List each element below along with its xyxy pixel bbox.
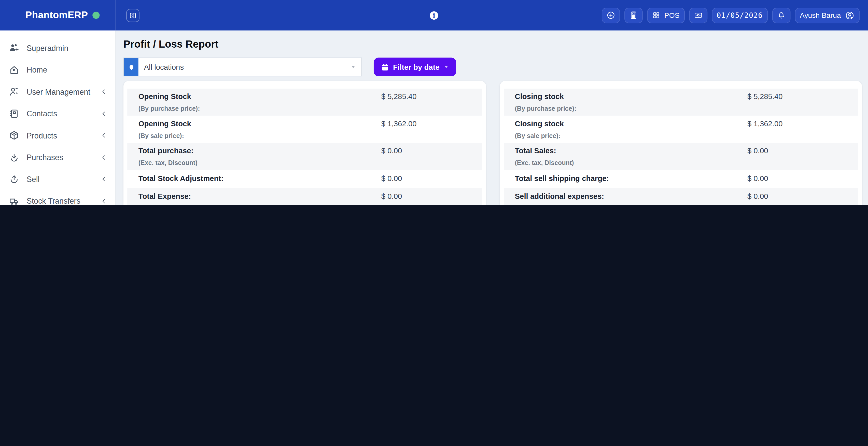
chevron-left-icon (101, 176, 107, 182)
row-sublabel: (Exc. tax, Discount) (515, 159, 742, 166)
info-icon[interactable]: i (430, 11, 438, 19)
address-book-icon (8, 108, 19, 119)
row-label: Total sell shipping charge: (515, 174, 742, 184)
location-select[interactable]: All locations (123, 58, 362, 76)
sidebar-item-label: Sell (27, 175, 39, 184)
calculator-icon (629, 10, 639, 20)
brand-logo: PhantomERP (26, 9, 88, 21)
add-button[interactable] (602, 7, 620, 23)
top-navbar: PhantomERP i POS (0, 0, 868, 31)
sidebar-item-contacts[interactable]: Contacts (0, 103, 115, 125)
table-row: Closing stock (By sale price): $ 1,362.0… (504, 116, 858, 143)
purchase-side-table: Opening Stock (By purchase price): $ 5,2… (123, 81, 486, 205)
calendar-icon (381, 63, 389, 71)
sidebar-item-label: Products (27, 131, 57, 140)
row-value: $ 0.00 (381, 191, 402, 201)
brand-status-dot (92, 12, 99, 19)
select-caret-icon (350, 58, 362, 76)
row-value: $ 0.00 (747, 174, 768, 184)
sidebar-item-label: Purchases (27, 153, 63, 162)
table-row: Total sell shipping charge: $ 0.00 (504, 170, 858, 188)
user-icon (8, 86, 19, 97)
chevron-left-icon (101, 198, 107, 204)
sidebar-item-superadmin[interactable]: Superadmin (0, 37, 115, 59)
user-circle-icon (845, 10, 855, 20)
location-select-value: All locations (138, 58, 350, 76)
table-row: Total purchase: (Exc. tax, Discount) $ 0… (127, 143, 482, 170)
report-cards: Opening Stock (By purchase price): $ 5,2… (123, 81, 862, 205)
page-title: Profit / Loss Report (123, 38, 868, 51)
sidebar-item-label: Home (27, 65, 47, 74)
truck-icon (8, 195, 19, 205)
table-row: Opening Stock (By sale price): $ 1,362.0… (127, 116, 482, 143)
chevron-left-icon (101, 110, 107, 117)
sidebar-item-home[interactable]: Home (0, 59, 115, 81)
row-label: Total Stock Adjustment: (138, 174, 376, 184)
sales-side-table: Closing stock (By purchase price): $ 5,2… (500, 81, 862, 205)
sidebar-item-label: Contacts (27, 109, 57, 118)
row-label: Opening Stock (138, 92, 376, 102)
package-icon (8, 130, 19, 141)
users-gear-icon (8, 42, 19, 54)
date-button[interactable]: 01/05/2026 (712, 7, 768, 23)
row-label: Closing stock (515, 119, 742, 129)
table-row: Closing stock (By purchase price): $ 5,2… (504, 89, 858, 116)
current-date: 01/05/2026 (717, 11, 763, 19)
row-label: Closing stock (515, 92, 742, 102)
sidebar-item-purchases[interactable]: Purchases (0, 147, 115, 168)
sidebar-item-user-management[interactable]: User Management (0, 81, 115, 103)
row-label: Total Expense: (138, 191, 376, 201)
upload-icon (8, 173, 19, 185)
calculator-button[interactable] (624, 7, 643, 23)
row-value: $ 0.00 (381, 174, 402, 184)
sidebar-collapse-button[interactable] (126, 9, 140, 22)
row-label: Total purchase: (138, 146, 376, 156)
map-pin-icon (124, 58, 138, 76)
chevron-left-icon (101, 154, 107, 160)
table-row: Total Stock Adjustment: $ 0.00 (127, 170, 482, 188)
row-sublabel: (By purchase price): (138, 105, 376, 112)
row-sublabel: (By sale price): (515, 132, 742, 139)
navbar-actions: POS 01/05/2026 Ayush Barua (602, 7, 868, 23)
row-value: $ 0.00 (747, 191, 768, 201)
sidebar-item-label: Superadmin (27, 43, 68, 53)
chevron-left-icon (101, 132, 107, 138)
bell-icon (777, 10, 786, 20)
sidebar-item-label: User Management (27, 87, 90, 96)
plus-circle-icon (606, 10, 616, 20)
sidebar-item-stock-transfers[interactable]: Stock Transfers (0, 190, 115, 205)
chevron-left-icon (101, 89, 107, 95)
download-icon (8, 152, 19, 163)
row-sublabel: (Exc. tax, Discount) (138, 159, 376, 166)
table-row: Total Expense: $ 0.00 (127, 188, 482, 205)
sidebar-item-sell[interactable]: Sell (0, 168, 115, 190)
filter-by-date-label: Filter by date (393, 63, 440, 71)
row-value: $ 5,285.40 (381, 92, 417, 102)
grid-icon (652, 11, 660, 19)
home-icon (8, 64, 19, 75)
app-window: PhantomERP i POS (0, 0, 868, 205)
filter-by-date-button[interactable]: Filter by date (374, 58, 456, 76)
cash-register-icon (693, 10, 703, 20)
row-label: Total Sales: (515, 146, 742, 156)
user-menu-button[interactable]: Ayush Barua (795, 7, 860, 23)
row-label: Sell additional expenses: (515, 191, 742, 201)
pos-button-label: POS (664, 11, 680, 19)
sidebar: Superadmin Home User Management Con (0, 31, 116, 205)
row-sublabel: (By sale price): (138, 132, 376, 139)
row-sublabel: (By purchase price): (515, 105, 742, 112)
filters-row: All locations Filter by date (123, 58, 860, 76)
user-name: Ayush Barua (800, 11, 841, 19)
row-value: $ 0.00 (381, 146, 402, 156)
pos-button[interactable]: POS (647, 7, 684, 23)
sidebar-item-label: Stock Transfers (27, 197, 81, 205)
row-value: $ 0.00 (747, 146, 768, 156)
row-value: $ 5,285.40 (747, 92, 783, 102)
row-value: $ 1,362.00 (747, 119, 783, 129)
brand-zone: PhantomERP (0, 0, 116, 31)
sidebar-item-products[interactable]: Products (0, 125, 115, 147)
main-content: Profit / Loss Report All locations Filte (116, 31, 868, 205)
notifications-button[interactable] (772, 7, 790, 23)
cash-register-button[interactable] (689, 7, 707, 23)
table-row: Sell additional expenses: $ 0.00 (504, 188, 858, 205)
